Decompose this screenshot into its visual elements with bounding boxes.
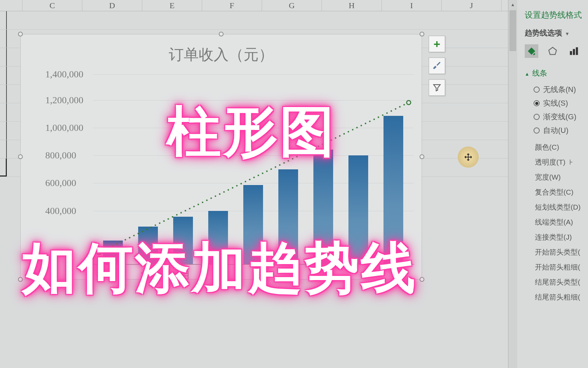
trendline-options-dropdown[interactable]: 趋势线选项▼ bbox=[525, 28, 588, 38]
radio-solid-line[interactable]: 实线(S) bbox=[534, 98, 588, 108]
svg-rect-5 bbox=[576, 47, 578, 55]
prop-begin-arrow-size[interactable]: 开始箭头粗细( bbox=[535, 262, 588, 272]
move-cursor-icon bbox=[464, 153, 472, 161]
resize-handle[interactable] bbox=[420, 154, 424, 159]
resize-handle[interactable] bbox=[219, 32, 224, 36]
overlay-title-line2: 如何添加趋势线 bbox=[22, 232, 418, 305]
chart-elements-button[interactable]: + bbox=[429, 36, 445, 52]
y-tick: 1,400,000 bbox=[45, 69, 83, 80]
prop-width[interactable]: 宽度(W) bbox=[535, 172, 588, 182]
collapse-icon: ▲ bbox=[525, 71, 529, 77]
scroll-thumb[interactable] bbox=[509, 10, 516, 51]
scroll-up-icon[interactable]: ▲ bbox=[508, 0, 517, 9]
panel-tabs bbox=[525, 44, 588, 58]
prop-end-arrow-size[interactable]: 结尾箭头粗细( bbox=[535, 292, 588, 302]
effects-tab[interactable] bbox=[546, 44, 559, 58]
col-header-j[interactable]: J bbox=[442, 0, 502, 11]
radio-no-line[interactable]: 无线条(N) bbox=[534, 85, 588, 95]
col-header-c[interactable]: C bbox=[22, 0, 82, 11]
radio-gradient-line[interactable]: 渐变线(G) bbox=[534, 112, 588, 122]
col-header-i[interactable]: I bbox=[382, 0, 442, 11]
y-tick: 800,000 bbox=[45, 150, 76, 161]
col-header-f[interactable]: F bbox=[202, 0, 262, 11]
chart-quick-tools: + bbox=[429, 36, 445, 96]
bar-chart-icon bbox=[569, 46, 579, 56]
pentagon-icon bbox=[548, 46, 558, 56]
overlay-title-line1: 柱形图 bbox=[167, 95, 336, 169]
plus-icon: + bbox=[434, 37, 440, 51]
chart-title[interactable]: 订单收入（元） bbox=[21, 34, 422, 65]
filter-icon bbox=[432, 83, 441, 92]
vertical-scrollbar[interactable]: ▲ bbox=[508, 0, 517, 368]
resize-handle[interactable] bbox=[18, 154, 23, 159]
svg-rect-4 bbox=[573, 49, 575, 55]
y-tick: 1,200,000 bbox=[45, 95, 83, 106]
col-header-h[interactable]: H bbox=[322, 0, 382, 11]
panel-title: 设置趋势线格式 bbox=[525, 10, 588, 20]
cursor-indicator bbox=[458, 147, 479, 168]
prop-dash-type[interactable]: 短划线类型(D) bbox=[535, 202, 588, 212]
prop-begin-arrow-type[interactable]: 开始箭头类型( bbox=[535, 247, 588, 257]
y-tick: 600,000 bbox=[45, 178, 76, 188]
prop-transparency[interactable]: 透明度(T) ⊦ bbox=[535, 157, 588, 167]
resize-handle[interactable] bbox=[18, 32, 23, 36]
prop-end-arrow-type[interactable]: 结尾箭头类型( bbox=[535, 277, 588, 287]
line-section-header[interactable]: ▲线条 bbox=[525, 68, 588, 78]
prop-cap-type[interactable]: 线端类型(A) bbox=[535, 217, 588, 227]
col-header-d[interactable]: D bbox=[82, 0, 142, 11]
svg-rect-3 bbox=[570, 51, 572, 55]
col-header-e[interactable]: E bbox=[142, 0, 202, 11]
paint-bucket-icon bbox=[526, 46, 537, 57]
chart-styles-button[interactable] bbox=[429, 58, 445, 74]
resize-handle[interactable] bbox=[420, 277, 424, 282]
chevron-down-icon: ▼ bbox=[565, 31, 570, 36]
format-trendline-panel: 设置趋势线格式 趋势线选项▼ ▲线条 无线条(N) 实线(S) 渐变线(G) 自… bbox=[518, 0, 588, 368]
column-headers: C D E F G H I J bbox=[0, 0, 509, 11]
svg-point-1 bbox=[407, 101, 411, 105]
prop-join-type[interactable]: 连接类型(J) bbox=[535, 232, 588, 242]
prop-color[interactable]: 颜色(C) bbox=[535, 142, 588, 152]
trendline-options-tab[interactable] bbox=[567, 44, 581, 58]
col-header-g[interactable]: G bbox=[262, 0, 322, 11]
chart-filter-button[interactable] bbox=[429, 79, 445, 96]
prop-compound-type[interactable]: 复合类型(C) bbox=[535, 187, 588, 197]
line-properties: 颜色(C) 透明度(T) ⊦ 宽度(W) 复合类型(C) 短划线类型(D) 线端… bbox=[535, 142, 588, 302]
y-tick: 1,000,000 bbox=[45, 122, 83, 133]
brush-icon bbox=[432, 61, 442, 71]
worksheet-area: C D E F G H I J 订单收入（元） 1,400,000 1 bbox=[0, 0, 509, 368]
y-tick: 400,000 bbox=[45, 205, 76, 216]
radio-auto-line[interactable]: 自动(U) bbox=[534, 125, 588, 136]
fill-line-tab[interactable] bbox=[525, 44, 538, 58]
resize-handle[interactable] bbox=[420, 32, 424, 36]
col-header-blank[interactable] bbox=[0, 0, 22, 11]
